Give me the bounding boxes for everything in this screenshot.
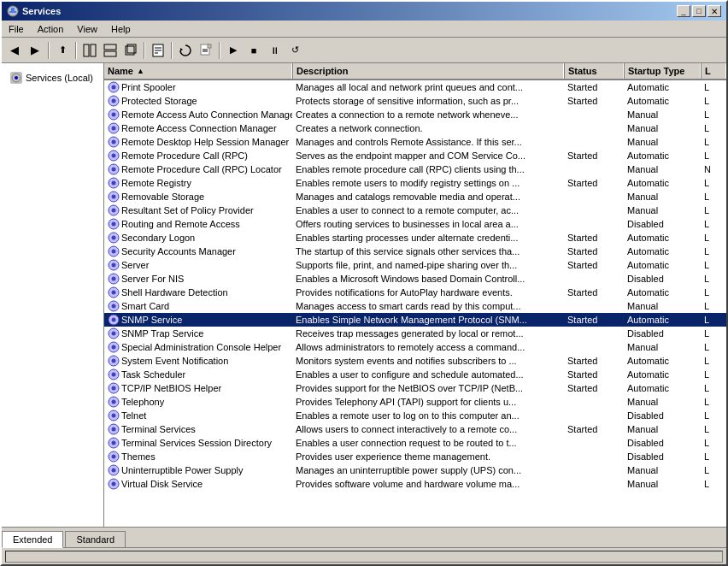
cell-startup: Manual (624, 341, 701, 353)
toolbar: ◀ ▶ ⬆ (2, 38, 726, 63)
show-hide-tree-button[interactable] (80, 41, 99, 60)
table-row[interactable]: Security Accounts Manager The startup of… (104, 245, 726, 258)
table-row[interactable]: Terminal Services Session Directory Enab… (104, 436, 726, 450)
split-button[interactable] (101, 41, 120, 60)
cell-description: Provides support for the NetBIOS over TC… (292, 382, 564, 394)
cell-startup: Automatic (624, 177, 701, 189)
table-row[interactable]: SNMP Trap Service Receives trap messages… (104, 327, 726, 340)
list-header: Name ▲ Description Status Startup Type L (104, 63, 726, 80)
table-row[interactable]: Telnet Enables a remote user to log on t… (104, 409, 726, 422)
table-row[interactable]: Secondary Logon Enables starting process… (104, 231, 726, 245)
menu-view[interactable]: View (70, 22, 104, 36)
cell-status (564, 223, 624, 225)
menu-action[interactable]: Action (31, 22, 71, 36)
cell-description: Enables a user to connect to a remote co… (292, 204, 564, 216)
cell-status: Started (564, 95, 624, 107)
cell-startup: Manual (624, 191, 701, 203)
table-row[interactable]: TCP/IP NetBIOS Helper Provides support f… (104, 381, 726, 395)
main-content: Services (Local) Name ▲ Description Stat… (2, 63, 726, 527)
window-title: Services (22, 6, 61, 16)
up-button[interactable]: ⬆ (53, 41, 72, 60)
back-button[interactable]: ◀ (5, 41, 24, 60)
table-row[interactable]: Themes Provides user experience theme ma… (104, 450, 726, 463)
service-icon (108, 81, 120, 93)
table-row[interactable]: Smart Card Manages access to smart cards… (104, 299, 726, 313)
refresh-button[interactable] (176, 41, 195, 60)
minimize-button[interactable]: _ (677, 5, 690, 17)
tab-extended[interactable]: Extended (2, 531, 63, 548)
menu-help[interactable]: Help (104, 22, 138, 36)
cell-logon: L (701, 478, 726, 490)
service-icon (108, 410, 120, 422)
cell-logon: L (701, 109, 726, 121)
table-row[interactable]: Protected Storage Protects storage of se… (104, 94, 726, 108)
svg-rect-5 (104, 44, 116, 50)
cell-logon: L (701, 273, 726, 285)
table-row[interactable]: SNMP Service Enables Simple Network Mana… (104, 313, 726, 327)
list-body[interactable]: Print Spooler Manages all local and netw… (104, 80, 726, 527)
cell-logon: L (701, 95, 726, 107)
table-row[interactable]: Routing and Remote Access Offers routing… (104, 217, 726, 231)
main-window: Services _ □ ✕ File Action View Help ◀ ▶… (0, 0, 728, 566)
tab-standard[interactable]: Standard (65, 531, 126, 547)
pause-service-button[interactable]: ⏸ (265, 41, 284, 60)
table-row[interactable]: Shell Hardware Detection Provides notifi… (104, 286, 726, 299)
bottom-tabs: Extended Standard (2, 527, 726, 547)
service-icon (108, 136, 120, 148)
table-row[interactable]: Telephony Provides Telephony API (TAPI) … (104, 395, 726, 409)
stop-service-button[interactable]: ■ (244, 41, 263, 60)
table-row[interactable]: Terminal Services Allows users to connec… (104, 422, 726, 436)
table-row[interactable]: Resultant Set of Policy Provider Enables… (104, 203, 726, 217)
table-row[interactable]: System Event Notification Monitors syste… (104, 354, 726, 368)
app-icon (7, 5, 19, 17)
table-row[interactable]: Server For NIS Enables a Microsoft Windo… (104, 272, 726, 286)
status-panel (5, 551, 723, 563)
restart-service-button[interactable]: ↺ (285, 41, 304, 60)
col-header-description[interactable]: Description (292, 63, 564, 79)
cell-name: Routing and Remote Access (104, 217, 292, 231)
service-icon (108, 273, 120, 285)
new-window-button[interactable] (121, 41, 140, 60)
service-icon (108, 191, 120, 203)
properties-button[interactable] (149, 41, 167, 60)
sidebar-item-services[interactable]: Services (Local) (9, 70, 97, 85)
close-button[interactable]: ✕ (707, 5, 721, 17)
forward-button[interactable]: ▶ (26, 41, 44, 60)
export-button[interactable] (197, 41, 215, 60)
table-row[interactable]: Remote Access Connection Manager Creates… (104, 121, 726, 135)
cell-startup: Manual (624, 109, 701, 121)
table-row[interactable]: Remote Desktop Help Session Manager Mana… (104, 135, 726, 149)
cell-name: TCP/IP NetBIOS Helper (104, 381, 292, 395)
table-row[interactable]: Remote Procedure Call (RPC) Serves as th… (104, 149, 726, 162)
table-row[interactable]: Print Spooler Manages all local and netw… (104, 80, 726, 94)
cell-status (564, 346, 624, 348)
col-header-logon[interactable]: L (701, 63, 726, 79)
table-row[interactable]: Special Administration Console Helper Al… (104, 340, 726, 354)
maximize-button[interactable]: □ (692, 5, 706, 17)
cell-name: Smart Card (104, 299, 292, 313)
svg-point-26 (112, 113, 116, 117)
table-row[interactable]: Server Supports file, print, and named-p… (104, 258, 726, 272)
table-row[interactable]: Remote Registry Enables remote users to … (104, 176, 726, 190)
cell-status (564, 278, 624, 280)
table-row[interactable]: Virtual Disk Service Provides software v… (104, 477, 726, 491)
cell-description: Serves as the endpoint mapper and COM Se… (292, 150, 564, 162)
table-row[interactable]: Task Scheduler Enables a user to configu… (104, 368, 726, 381)
cell-description: Enables remote procedure call (RPC) clie… (292, 163, 564, 175)
cell-name: Server (104, 258, 292, 272)
cell-logon: L (701, 300, 726, 312)
col-header-startup[interactable]: Startup Type (624, 63, 701, 79)
svg-point-36 (112, 181, 116, 186)
table-row[interactable]: Remote Procedure Call (RPC) Locator Enab… (104, 162, 726, 176)
start-service-button[interactable]: ▶ (224, 41, 243, 60)
cell-name: Remote Access Auto Connection Manager (104, 108, 292, 121)
table-row[interactable]: Uninterruptible Power Supply Manages an … (104, 463, 726, 477)
cell-description: Enables starting processes under alterna… (292, 232, 564, 244)
col-header-name[interactable]: Name ▲ (104, 63, 292, 79)
svg-rect-3 (84, 44, 89, 56)
menu-file[interactable]: File (2, 22, 31, 36)
table-row[interactable]: Remote Access Auto Connection Manager Cr… (104, 108, 726, 121)
cell-startup: Manual (624, 204, 701, 216)
table-row[interactable]: Removable Storage Manages and catalogs r… (104, 190, 726, 203)
col-header-status[interactable]: Status (564, 63, 624, 79)
